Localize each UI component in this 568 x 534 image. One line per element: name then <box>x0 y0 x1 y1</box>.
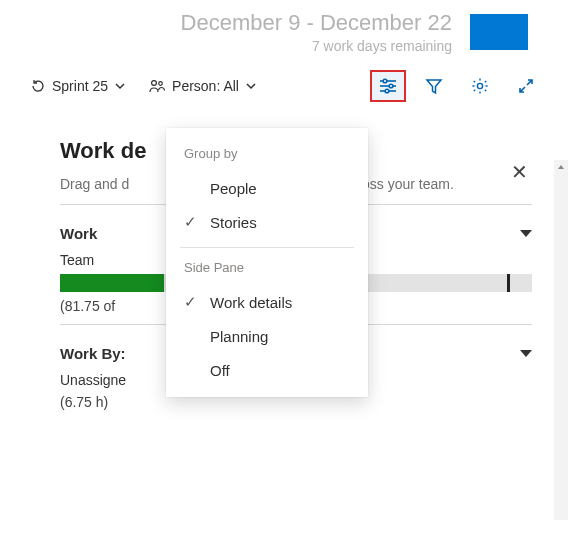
view-options-button[interactable] <box>370 70 406 102</box>
menu-item-label: Work details <box>210 294 292 311</box>
menu-heading-sidepane: Side Pane <box>166 256 368 285</box>
view-options-menu: Group by ✓ People ✓ Stories Side Pane ✓ … <box>166 128 368 397</box>
work-section-title: Work <box>60 225 97 242</box>
settings-button[interactable] <box>462 70 498 102</box>
check-icon: ✓ <box>184 293 200 311</box>
expand-icon <box>517 77 535 95</box>
menu-item-label: Off <box>210 362 230 379</box>
svg-point-0 <box>152 81 157 86</box>
menu-item-stories[interactable]: ✓ Stories <box>166 205 368 239</box>
sprint-toolbar: Sprint 25 Person: All <box>0 60 568 116</box>
close-button[interactable]: ✕ <box>511 160 528 184</box>
caret-down-icon <box>520 230 532 237</box>
sprint-label: Sprint 25 <box>52 78 108 94</box>
fullscreen-button[interactable] <box>508 70 544 102</box>
menu-item-work-details[interactable]: ✓ Work details <box>166 285 368 319</box>
menu-divider <box>180 247 354 248</box>
filter-button[interactable] <box>416 70 452 102</box>
date-block: December 9 - December 22 7 work days rem… <box>181 10 452 54</box>
person-filter-label: Person: All <box>172 78 239 94</box>
people-icon <box>148 78 166 94</box>
workby-section-title: Work By: <box>60 345 126 362</box>
date-range: December 9 - December 22 <box>181 10 452 36</box>
menu-item-label: People <box>210 180 257 197</box>
sprint-picker[interactable]: Sprint 25 <box>24 74 132 98</box>
menu-item-planning[interactable]: ✓ Planning <box>166 319 368 353</box>
caret-down-icon <box>520 350 532 357</box>
person-filter[interactable]: Person: All <box>142 74 263 98</box>
capacity-bar-fill <box>60 274 164 292</box>
menu-heading-groupby: Group by <box>166 142 368 171</box>
menu-item-people[interactable]: ✓ People <box>166 171 368 205</box>
iteration-header: December 9 - December 22 7 work days rem… <box>0 0 568 60</box>
menu-item-off[interactable]: ✓ Off <box>166 353 368 387</box>
svg-point-5 <box>389 84 393 88</box>
days-remaining: 7 work days remaining <box>181 38 452 54</box>
svg-point-7 <box>385 89 389 93</box>
sliders-icon <box>378 77 398 95</box>
scroll-up-icon[interactable] <box>554 160 568 174</box>
svg-point-3 <box>383 79 387 83</box>
svg-point-8 <box>477 83 482 88</box>
menu-item-label: Stories <box>210 214 257 231</box>
capacity-bar-marker <box>507 274 510 292</box>
chevron-down-icon <box>245 80 257 92</box>
menu-item-label: Planning <box>210 328 268 345</box>
chevron-down-icon <box>114 80 126 92</box>
refresh-icon <box>30 78 46 94</box>
scrollbar[interactable] <box>554 160 568 520</box>
gear-icon <box>470 76 490 96</box>
burndown-thumbnail[interactable] <box>470 14 528 50</box>
funnel-icon <box>425 77 443 95</box>
svg-point-1 <box>159 82 163 86</box>
check-icon: ✓ <box>184 213 200 231</box>
